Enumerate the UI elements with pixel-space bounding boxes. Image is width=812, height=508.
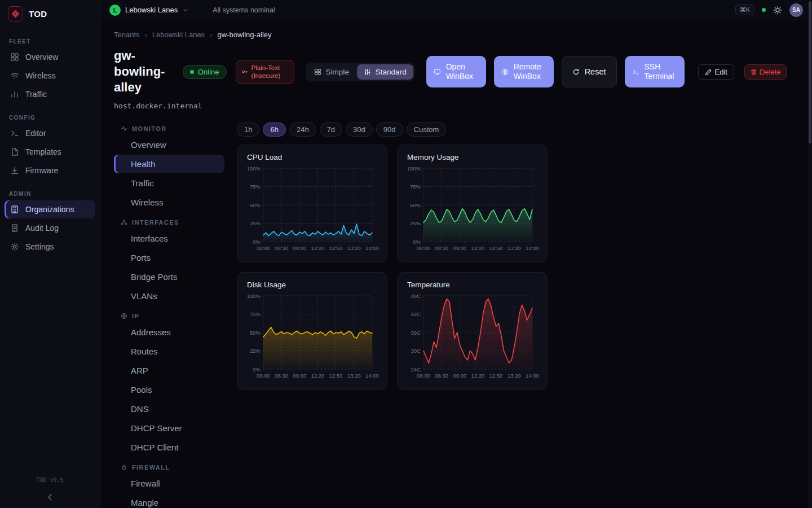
memory-usage-card: Memory Usage100%75%50%25%0%08:0008:3009:…	[397, 144, 548, 262]
sidebar-item-settings[interactable]: Settings	[5, 238, 95, 256]
sidebar-item-label: Settings	[25, 242, 54, 251]
svg-text:08:00: 08:00	[417, 245, 430, 251]
sidebar-item-organizations[interactable]: Organizations	[5, 200, 95, 218]
range-pill-30d[interactable]: 30d	[346, 122, 373, 137]
breadcrumb-item-tenants[interactable]: Tenants	[114, 30, 140, 39]
online-badge: Online	[183, 65, 227, 79]
range-pill-6h[interactable]: 6h	[263, 122, 285, 137]
svg-text:09:00: 09:00	[453, 373, 466, 379]
subnav-item-ports[interactable]: Ports	[114, 248, 224, 267]
app-brand: TOD	[0, 0, 100, 27]
svg-text:09:00: 09:00	[293, 373, 306, 379]
svg-text:12:50: 12:50	[489, 245, 503, 251]
sidebar-item-wireless[interactable]: Wireless	[5, 67, 95, 85]
breadcrumb-item-lebowski-lanes[interactable]: Lebowski Lanes	[152, 30, 205, 39]
sidebar-item-audit-log[interactable]: Audit Log	[5, 219, 95, 237]
subnav-section-firewall: FIREWALL	[114, 459, 224, 474]
command-palette-shortcut[interactable]: ⌘K	[735, 5, 754, 15]
subnav-item-pools[interactable]: Pools	[114, 380, 224, 399]
action-button-label: SSH Terminal	[645, 62, 677, 82]
page-scrollbar[interactable]	[808, 0, 812, 508]
subnav-item-health[interactable]: Health	[114, 155, 224, 173]
chevron-left-icon	[46, 493, 55, 502]
sidebar-item-templates[interactable]: Templates	[5, 143, 95, 161]
subnav-item-overview[interactable]: Overview	[114, 135, 224, 154]
svg-text:25%: 25%	[250, 220, 261, 226]
document-icon	[10, 224, 19, 233]
sidebar-collapse-button[interactable]	[0, 487, 100, 508]
subnav-item-dns[interactable]: DNS	[114, 400, 224, 418]
svg-text:13:20: 13:20	[508, 245, 521, 251]
open-winbox-button[interactable]: Open WinBox	[426, 56, 486, 87]
subnav-item-dhcp-client[interactable]: DHCP Client	[114, 438, 224, 457]
sidebar-item-overview[interactable]: Overview	[5, 48, 95, 66]
edit-button[interactable]: Edit	[698, 64, 734, 80]
sun-icon[interactable]	[773, 6, 782, 15]
app-root: TOD FLEETOverviewWirelessTrafficCONFIGEd…	[0, 0, 812, 508]
action-button-label: Open WinBox	[446, 62, 479, 82]
user-avatar[interactable]: SA	[789, 3, 803, 17]
svg-text:0%: 0%	[413, 239, 421, 245]
remote-winbox-button[interactable]: Remote WinBox	[494, 56, 554, 87]
range-pill-90d[interactable]: 90d	[376, 122, 403, 137]
ssh-terminal-button[interactable]: SSH Terminal	[625, 56, 685, 87]
range-pill-7d[interactable]: 7d	[320, 122, 342, 137]
range-pill-custom[interactable]: Custom	[407, 122, 447, 137]
svg-text:100%: 100%	[247, 293, 261, 299]
subnav-item-firewall[interactable]: Firewall	[114, 474, 224, 493]
svg-text:08:00: 08:00	[257, 373, 270, 379]
activity-icon	[121, 125, 127, 132]
building-icon	[10, 205, 19, 214]
tenant-switcher[interactable]: L Lebowski Lanes	[109, 5, 189, 16]
svg-text:14:00: 14:00	[526, 373, 539, 379]
subnav-item-routes[interactable]: Routes	[114, 342, 224, 361]
terminal-icon	[10, 129, 19, 138]
subnav-item-arp[interactable]: ARP	[114, 361, 224, 380]
charts-grid: CPU Load100%75%50%25%0%08:0008:3009:0012…	[237, 144, 548, 390]
view-mode-standard[interactable]: Standard	[357, 64, 413, 80]
device-small-actions: Edit Delete	[698, 64, 787, 80]
view-mode-label: Simple	[326, 68, 349, 76]
reset-button[interactable]: Reset	[562, 56, 617, 87]
sidebar-item-label: Traffic	[25, 90, 47, 99]
terminal-icon	[632, 68, 639, 76]
range-pill-24h[interactable]: 24h	[289, 122, 316, 137]
device-actions: Open WinBoxRemote WinBoxResetSSH Termina…	[426, 56, 685, 87]
svg-text:08:30: 08:30	[435, 245, 448, 251]
scrollbar-thumb[interactable]	[809, 1, 811, 143]
chart-title: Disk Usage	[247, 281, 379, 289]
sidebar-section-label: ADMIN	[9, 191, 91, 197]
svg-text:12:20: 12:20	[471, 245, 485, 251]
subnav-section-ip: IP	[114, 308, 224, 322]
sidebar-item-label: Editor	[25, 129, 46, 138]
temperature-card: Temperature48C42C36C30C24C08:0008:3009:0…	[397, 272, 548, 390]
subnav-item-vlans[interactable]: VLANs	[114, 287, 224, 305]
app-version: TOD v9.5	[0, 472, 100, 487]
subnav-item-dhcp-server[interactable]: DHCP Server	[114, 419, 224, 437]
subnav-item-addresses[interactable]: Addresses	[114, 323, 224, 341]
subnav-section-label: INTERFACES	[132, 219, 179, 226]
svg-text:30C: 30C	[411, 348, 421, 354]
bar-chart-icon	[10, 90, 19, 99]
sidebar-item-traffic[interactable]: Traffic	[5, 85, 95, 103]
sidebar-item-firmware[interactable]: Firmware	[5, 161, 95, 179]
delete-button[interactable]: Delete	[744, 64, 787, 80]
device-badges: Online Plain-Text (Insecure)	[183, 60, 294, 84]
svg-text:14:00: 14:00	[365, 245, 379, 251]
body-row: MONITOROverviewHealthTrafficWirelessINTE…	[114, 118, 798, 508]
subnav-item-interfaces[interactable]: Interfaces	[114, 229, 224, 248]
download-icon	[10, 166, 19, 175]
tenant-name: Lebowski Lanes	[125, 6, 178, 14]
view-mode-simple[interactable]: Simple	[307, 64, 356, 80]
subnav-item-traffic[interactable]: Traffic	[114, 174, 224, 192]
subnav-item-mangle[interactable]: Mangle	[114, 493, 224, 508]
svg-text:09:00: 09:00	[453, 245, 466, 251]
device-name: gw-bowling-alley	[114, 48, 171, 95]
monitor-icon	[434, 68, 441, 76]
subnav-item-bridge-ports[interactable]: Bridge Ports	[114, 268, 224, 286]
grid-icon	[10, 52, 19, 62]
trash-icon	[750, 68, 757, 76]
sidebar-item-editor[interactable]: Editor	[5, 124, 95, 142]
range-pill-1h[interactable]: 1h	[237, 122, 259, 137]
subnav-item-wireless[interactable]: Wireless	[114, 193, 224, 212]
